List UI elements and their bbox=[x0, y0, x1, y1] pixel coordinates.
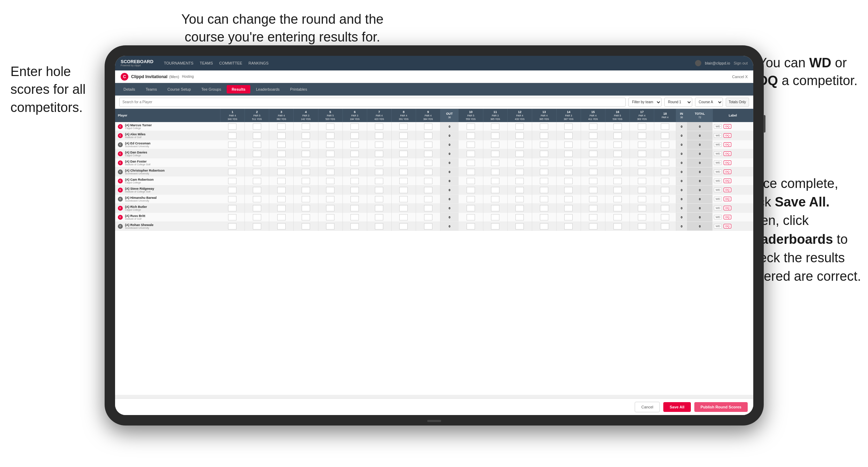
course-select[interactable]: Course A bbox=[695, 98, 723, 107]
hole-12-input[interactable] bbox=[515, 160, 524, 166]
cancel-action-button[interactable]: Cancel bbox=[635, 402, 660, 412]
hole-11-input[interactable] bbox=[491, 205, 499, 211]
hole-12-input[interactable] bbox=[515, 214, 524, 220]
wd-button[interactable]: WD bbox=[714, 197, 722, 201]
save-all-button[interactable]: Save All bbox=[663, 402, 690, 412]
hole-13-input[interactable] bbox=[540, 205, 548, 211]
hole-3-input[interactable] bbox=[277, 178, 286, 184]
hole-4-input[interactable] bbox=[302, 178, 310, 184]
hole-14-input[interactable] bbox=[564, 160, 573, 166]
hole-5-input[interactable] bbox=[326, 142, 334, 148]
hole-3-input[interactable] bbox=[277, 214, 286, 220]
round-select[interactable]: Round 1 bbox=[664, 98, 692, 107]
wd-button[interactable]: WD bbox=[714, 224, 722, 228]
hole-1-input[interactable] bbox=[228, 205, 236, 211]
hole-12-input[interactable] bbox=[515, 178, 524, 184]
wd-button[interactable]: WD bbox=[714, 206, 722, 210]
hole-14-input[interactable] bbox=[564, 178, 573, 184]
hole-2-input[interactable] bbox=[253, 196, 261, 202]
hole-2-input[interactable] bbox=[253, 205, 261, 211]
hole-11-input[interactable] bbox=[491, 214, 499, 220]
tablet-home-button[interactable] bbox=[427, 420, 441, 422]
wd-button[interactable]: WD bbox=[714, 151, 722, 156]
hole-14-input[interactable] bbox=[564, 196, 573, 202]
hole-7-input[interactable] bbox=[375, 187, 383, 193]
hole-9-input[interactable] bbox=[424, 223, 432, 229]
hole-15-input[interactable] bbox=[589, 142, 597, 148]
hole-7-input[interactable] bbox=[375, 151, 383, 157]
cancel-tournament-btn[interactable]: Cancel X bbox=[732, 75, 748, 79]
hole-9-input[interactable] bbox=[424, 142, 432, 148]
nav-tournaments[interactable]: TOURNAMENTS bbox=[164, 61, 194, 65]
hole-15-input[interactable] bbox=[589, 151, 597, 157]
nav-teams[interactable]: TEAMS bbox=[200, 61, 213, 65]
hole-11-input[interactable] bbox=[491, 223, 499, 229]
hole-8-input[interactable] bbox=[399, 214, 408, 220]
hole-18-input[interactable] bbox=[661, 151, 669, 157]
hole-4-input[interactable] bbox=[302, 187, 310, 193]
hole-8-input[interactable] bbox=[399, 142, 408, 148]
hole-13-input[interactable] bbox=[540, 160, 548, 166]
hole-11-input[interactable] bbox=[491, 151, 499, 157]
wd-button[interactable]: WD bbox=[714, 133, 722, 138]
hole-5-input[interactable] bbox=[326, 214, 334, 220]
hole-16-input[interactable] bbox=[613, 123, 622, 130]
hole-10-input[interactable] bbox=[467, 123, 475, 130]
hole-13-input[interactable] bbox=[540, 123, 548, 130]
hole-11-input[interactable] bbox=[491, 169, 499, 175]
hole-8-input[interactable] bbox=[399, 205, 408, 211]
hole-13-input[interactable] bbox=[540, 169, 548, 175]
hole-2-input[interactable] bbox=[253, 214, 261, 220]
hole-2-input[interactable] bbox=[253, 133, 261, 139]
hole-10-input[interactable] bbox=[467, 169, 475, 175]
wd-button[interactable]: WD bbox=[714, 142, 722, 147]
hole-10-input[interactable] bbox=[467, 214, 475, 220]
hole-18-input[interactable] bbox=[661, 196, 669, 202]
hole-8-input[interactable] bbox=[399, 160, 408, 166]
hole-10-input[interactable] bbox=[467, 178, 475, 184]
tab-printables[interactable]: Printables bbox=[285, 85, 312, 93]
hole-5-input[interactable] bbox=[326, 151, 334, 157]
hole-17-input[interactable] bbox=[638, 133, 646, 139]
hole-10-input[interactable] bbox=[467, 223, 475, 229]
hole-4-input[interactable] bbox=[302, 151, 310, 157]
dq-button[interactable]: DQ bbox=[724, 142, 731, 147]
hole-6-input[interactable] bbox=[350, 133, 359, 139]
tab-details[interactable]: Details bbox=[119, 85, 140, 93]
hole-13-input[interactable] bbox=[540, 214, 548, 220]
hole-3-input[interactable] bbox=[277, 223, 286, 229]
hole-1-input[interactable] bbox=[228, 223, 236, 229]
hole-16-input[interactable] bbox=[613, 196, 622, 202]
hole-18-input[interactable] bbox=[661, 133, 669, 139]
hole-3-input[interactable] bbox=[277, 133, 286, 139]
dq-button[interactable]: DQ bbox=[724, 124, 731, 129]
hole-17-input[interactable] bbox=[638, 160, 646, 166]
hole-3-input[interactable] bbox=[277, 205, 286, 211]
hole-14-input[interactable] bbox=[564, 214, 573, 220]
hole-4-input[interactable] bbox=[302, 223, 310, 229]
totals-only-button[interactable]: Totals Only bbox=[726, 98, 749, 107]
hole-16-input[interactable] bbox=[613, 151, 622, 157]
hole-7-input[interactable] bbox=[375, 214, 383, 220]
hole-4-input[interactable] bbox=[302, 142, 310, 148]
hole-9-input[interactable] bbox=[424, 205, 432, 211]
hole-18-input[interactable] bbox=[661, 160, 669, 166]
hole-1-input[interactable] bbox=[228, 123, 236, 130]
hole-14-input[interactable] bbox=[564, 187, 573, 193]
hole-7-input[interactable] bbox=[375, 169, 383, 175]
wd-button[interactable]: WD bbox=[714, 124, 722, 129]
hole-16-input[interactable] bbox=[613, 178, 622, 184]
publish-button[interactable]: Publish Round Scores bbox=[694, 402, 748, 412]
hole-2-input[interactable] bbox=[253, 169, 261, 175]
hole-1-input[interactable] bbox=[228, 160, 236, 166]
hole-12-input[interactable] bbox=[515, 169, 524, 175]
wd-button[interactable]: WD bbox=[714, 215, 722, 219]
hole-11-input[interactable] bbox=[491, 160, 499, 166]
hole-3-input[interactable] bbox=[277, 160, 286, 166]
hole-15-input[interactable] bbox=[589, 214, 597, 220]
hole-14-input[interactable] bbox=[564, 142, 573, 148]
hole-4-input[interactable] bbox=[302, 160, 310, 166]
dq-button[interactable]: DQ bbox=[724, 151, 731, 156]
hole-11-input[interactable] bbox=[491, 133, 499, 139]
hole-18-input[interactable] bbox=[661, 214, 669, 220]
